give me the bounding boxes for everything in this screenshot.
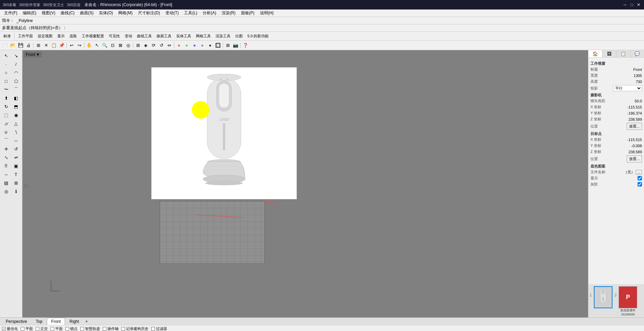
status-optimize-checkbox[interactable] — [2, 327, 6, 331]
tb-visibility[interactable]: 可见性 — [107, 33, 122, 39]
osnap-icon[interactable]: ◈ — [142, 42, 149, 49]
zoom-selected-icon[interactable]: ◎ — [124, 42, 132, 49]
box-tool[interactable]: ⬚ — [1, 111, 11, 119]
status-ortho[interactable]: 正交 — [36, 326, 48, 331]
delete-icon[interactable]: ✕ — [42, 42, 50, 49]
tb-display[interactable]: 显示 — [55, 33, 67, 39]
app-360kill[interactable]: 360杀毒 — [3, 2, 16, 7]
tb-transform[interactable]: 变动 — [123, 33, 134, 39]
rp-tab-layers[interactable]: 📋 — [617, 50, 630, 57]
snap-tool[interactable]: ◎ — [1, 187, 11, 195]
scale-tool[interactable]: ⤡ — [1, 153, 11, 161]
point-tool[interactable]: · — [1, 60, 11, 68]
select-tool[interactable]: ↖ — [1, 52, 11, 60]
projection-select[interactable]: 平行 透视 — [613, 85, 642, 91]
rect-tool[interactable]: □ — [1, 77, 11, 85]
bg-display-checkbox[interactable] — [638, 176, 642, 180]
status-optimize[interactable]: 最佳化 — [2, 326, 18, 331]
app-360zip[interactable]: 360压缩 — [67, 2, 80, 7]
camera-icon[interactable]: 📷 — [232, 42, 239, 49]
tb-curve-tools[interactable]: 曲线工具 — [135, 33, 154, 39]
menu-panel[interactable]: 面板(P) — [238, 9, 257, 17]
menu-solid[interactable]: 实体(O) — [96, 9, 116, 17]
block-tool[interactable]: ⊞ — [11, 179, 21, 187]
tb-setview[interactable]: 设定视图 — [36, 33, 55, 39]
transform2-icon[interactable]: ⟳ — [150, 42, 157, 49]
status-smart-checkbox[interactable] — [80, 327, 84, 331]
new-icon[interactable]: 📄 — [1, 42, 9, 49]
grid-viewport[interactable] — [160, 201, 265, 264]
undo-icon[interactable]: ↩ — [68, 42, 75, 49]
group-tool[interactable]: ▣ — [11, 162, 21, 170]
text-tool[interactable]: T — [11, 170, 21, 178]
tb-surface-tools[interactable]: 曲面工具 — [155, 33, 174, 39]
status-gumball[interactable]: 操作轴 — [103, 326, 119, 331]
render-dark-icon[interactable]: ● — [206, 42, 214, 49]
render-gray-icon[interactable]: ● — [199, 42, 206, 49]
status-filter-checkbox[interactable] — [151, 327, 155, 331]
move-tool[interactable]: ✛ — [1, 145, 11, 153]
status-ortho-checkbox[interactable] — [36, 327, 39, 331]
render-texture-icon[interactable]: 🔲 — [214, 42, 222, 49]
circle-tool[interactable]: ○ — [1, 69, 11, 77]
status-filter[interactable]: 过滤器 — [151, 326, 167, 331]
open-icon[interactable]: 📂 — [9, 42, 17, 49]
render-green-icon[interactable]: ● — [183, 42, 190, 49]
close-button[interactable]: ✕ — [636, 2, 641, 7]
bg-browse-button[interactable]: ... — [636, 170, 642, 175]
cone-tool[interactable]: △ — [11, 119, 21, 128]
tb-select[interactable]: 选取 — [67, 33, 79, 39]
fillet-tool[interactable]: ⌒ — [1, 136, 11, 144]
app-360guard[interactable]: 360安全卫士 — [43, 2, 64, 7]
zoom-all-icon[interactable]: ⊠ — [117, 42, 124, 49]
maximize-button[interactable]: □ — [629, 2, 635, 7]
status-history-checkbox[interactable] — [121, 327, 125, 331]
select-tool2[interactable]: ↘ — [11, 52, 21, 60]
surface-tool[interactable]: ◧ — [11, 94, 21, 102]
tab-top[interactable]: Top — [32, 318, 47, 325]
tb-new-features[interactable]: 5.0 的新功能 — [245, 33, 270, 39]
select-icon[interactable]: ↖ — [93, 42, 101, 49]
render-blue-icon[interactable]: ● — [191, 42, 198, 49]
tab-perspective[interactable]: Perspective — [1, 318, 32, 325]
line-tool[interactable]: / — [11, 60, 21, 68]
tb-output[interactable]: 出图 — [233, 33, 245, 39]
dim-tool[interactable]: ↔ — [1, 170, 11, 178]
tab-front[interactable]: Front — [47, 318, 65, 325]
minimize-button[interactable]: ─ — [622, 2, 628, 7]
analyze-tool[interactable]: ℹ — [11, 187, 21, 195]
rp-tab-view[interactable]: 🖼 — [602, 50, 616, 57]
cylinder-tool[interactable]: ⌭ — [1, 119, 11, 128]
menu-help[interactable]: 说明(H) — [257, 9, 277, 17]
menu-surface[interactable]: 曲面(S) — [77, 9, 96, 17]
status-snap[interactable]: 锁点 — [65, 326, 78, 331]
status-gumball-checkbox[interactable] — [103, 327, 106, 331]
menu-render[interactable]: 渲染(R) — [219, 9, 238, 17]
save-icon[interactable]: 💾 — [17, 42, 24, 49]
spline-tool[interactable]: 〜 — [1, 85, 11, 94]
redo-icon[interactable]: ↪ — [76, 42, 83, 49]
status-plane-checkbox[interactable] — [51, 327, 54, 331]
layout-icon[interactable]: ⊞ — [224, 42, 232, 49]
rp-tab-properties[interactable]: 🏠 — [588, 50, 602, 57]
tab-right[interactable]: Right — [65, 318, 83, 325]
sphere-tool[interactable]: ◉ — [11, 111, 21, 119]
hatch-tool[interactable]: ▤ — [1, 179, 11, 187]
app-360soft[interactable]: 360软件管家 — [19, 2, 40, 7]
status-snap-checkbox[interactable] — [65, 327, 69, 331]
status-planar-checkbox[interactable] — [21, 327, 24, 331]
chamfer-tool[interactable]: ⌓ — [11, 136, 21, 144]
tgt-place-button[interactable]: 放置... — [627, 155, 642, 162]
menu-view[interactable]: 视图(V) — [39, 9, 58, 17]
thumbnail-1[interactable] — [594, 286, 612, 308]
tb-standard[interactable]: 标准 — [1, 33, 13, 39]
tb-render-tools[interactable]: 渲染工具 — [214, 33, 233, 39]
tb-solid-tools[interactable]: 实体工具 — [174, 33, 193, 39]
polygon-tool[interactable]: ⬡ — [11, 77, 21, 85]
print-icon[interactable]: 🖨 — [25, 42, 32, 49]
rotate3d-tool[interactable]: ↺ — [11, 145, 21, 153]
command-input[interactable] — [16, 18, 642, 23]
rp-tab-notes[interactable]: 💬 — [630, 50, 644, 57]
revolve-tool[interactable]: ↻ — [1, 102, 11, 111]
rotate-icon[interactable]: ↺ — [158, 42, 165, 49]
